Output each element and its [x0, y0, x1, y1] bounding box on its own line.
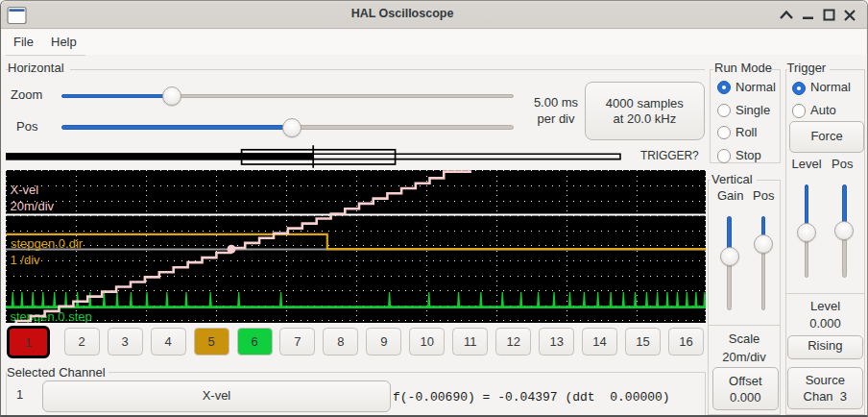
svg-text:1 /div: 1 /div [11, 253, 41, 267]
svg-text:X-vel: X-vel [11, 183, 39, 197]
svg-text:stepgen.0.dir: stepgen.0.dir [11, 236, 84, 251]
svg-text:20m/div: 20m/div [11, 199, 55, 213]
